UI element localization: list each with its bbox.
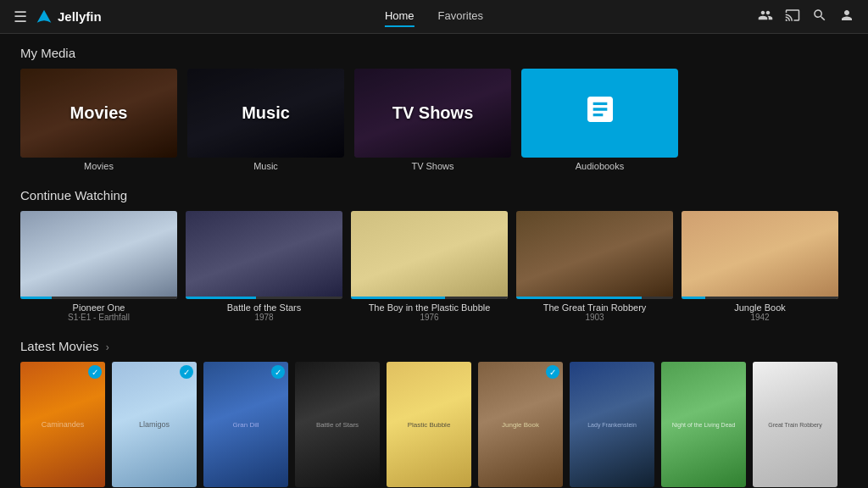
header-right — [758, 8, 854, 26]
cw-title-4: Jungle Book — [682, 302, 838, 313]
tvshows-overlay: TV Shows — [354, 69, 511, 158]
cw-sub-3: 1903 — [516, 313, 673, 322]
header: ☰ Jellyfin Home Favorites — [0, 0, 868, 34]
cw-card-0[interactable]: Pioneer OneS1·E1 - Earthfall — [20, 211, 177, 322]
cw-title-1: Battle of the Stars — [186, 302, 342, 313]
cw-title-3: The Great Train Robbery — [516, 302, 673, 313]
cw-sub-1: 1978 — [186, 313, 342, 322]
cw-card-3[interactable]: The Great Train Robbery1903 — [516, 211, 673, 322]
my-media-grid: Movies Movies Music Music TV — [20, 69, 848, 171]
media-card-movies[interactable]: Movies Movies — [20, 69, 177, 171]
lm-card-7[interactable]: Night of the Living Dead Night of the Li… — [661, 362, 746, 488]
cw-sub-2: 1976 — [351, 313, 508, 322]
lm-card-8[interactable]: Great Train Robbery The Great Train Robb… — [753, 362, 837, 488]
users-icon[interactable] — [758, 8, 773, 26]
latest-movies-section: Latest Movies › Caminandes✓ Caminandes: … — [20, 339, 848, 488]
cw-card-1[interactable]: Battle of the Stars1978 — [186, 211, 342, 322]
lm-card-3[interactable]: Battle of Stars Battle of Stars — [295, 362, 380, 488]
cw-card-4[interactable]: Jungle Book1942 — [682, 211, 838, 322]
cw-sub-0: S1·E1 - Earthfall — [20, 313, 177, 322]
lm-card-1[interactable]: Llamigos✓ Caminandes: Llamigos — [112, 362, 197, 488]
continue-watching-title: Continue Watching — [20, 188, 848, 202]
main-content: My Media Movies Movies Music M — [0, 34, 868, 488]
lm-check-5: ✓ — [546, 365, 559, 379]
cw-title-0: Pioneer One — [20, 302, 177, 313]
continue-watching-grid: Pioneer OneS1·E1 - Earthfall Battle of t… — [20, 211, 848, 322]
movies-label: Movies — [64, 103, 135, 123]
nav-home[interactable]: Home — [385, 6, 415, 27]
lm-check-0: ✓ — [88, 365, 102, 379]
lm-card-6[interactable]: Lady Frankenstein Lady Frankenstein — [570, 362, 654, 488]
audiobooks-icon — [583, 92, 617, 134]
cast-icon[interactable] — [785, 8, 800, 26]
lm-check-2: ✓ — [271, 365, 285, 379]
nav-favorites[interactable]: Favorites — [438, 6, 483, 27]
lm-card-2[interactable]: Gran Dill✓ Caminandes: Gran Dill... — [203, 362, 288, 488]
search-icon[interactable] — [812, 8, 827, 26]
lm-card-0[interactable]: Caminandes✓ Caminandes: Llama D... — [20, 362, 105, 488]
movies-overlay: Movies — [20, 69, 177, 158]
main-nav: Home Favorites — [385, 6, 483, 27]
movies-card-title: Movies — [20, 161, 177, 171]
latest-movies-title: Latest Movies › — [20, 339, 848, 353]
music-card-title: Music — [187, 161, 344, 171]
music-label: Music — [235, 103, 297, 123]
jellyfin-logo-icon — [36, 8, 53, 25]
menu-icon[interactable]: ☰ — [14, 8, 27, 26]
latest-movies-grid: Caminandes✓ Caminandes: Llama D... Llami… — [20, 362, 848, 488]
lm-card-4[interactable]: Plastic Bubble The Boy in the Plastic... — [387, 362, 471, 488]
audiobooks-overlay — [521, 69, 678, 158]
latest-movies-chevron: › — [106, 341, 109, 353]
continue-watching-section: Continue Watching Pioneer OneS1·E1 - Ear… — [20, 188, 848, 322]
cw-sub-4: 1942 — [682, 313, 838, 322]
lm-check-1: ✓ — [180, 365, 193, 379]
cw-card-2[interactable]: The Boy in the Plastic Bubble1976 — [351, 211, 508, 322]
music-overlay: Music — [187, 69, 344, 158]
header-left: ☰ Jellyfin — [14, 8, 102, 26]
media-card-music[interactable]: Music Music — [187, 69, 344, 171]
media-card-tvshows[interactable]: TV Shows TV Shows — [354, 69, 511, 171]
latest-movies-link[interactable]: Latest Movies — [20, 339, 99, 353]
tvshows-label: TV Shows — [386, 103, 481, 123]
profile-icon[interactable] — [839, 8, 854, 26]
tvshows-card-title: TV Shows — [354, 161, 511, 171]
my-media-title: My Media — [20, 46, 848, 60]
lm-card-5[interactable]: Jungle Book✓ Jungle Book — [478, 362, 563, 488]
logo: Jellyfin — [36, 8, 102, 25]
audiobooks-card-title: Audiobooks — [521, 161, 678, 171]
cw-title-2: The Boy in the Plastic Bubble — [351, 302, 508, 313]
app-name: Jellyfin — [58, 9, 102, 24]
my-media-section: My Media Movies Movies Music M — [20, 46, 848, 171]
media-card-audiobooks[interactable]: Audiobooks — [521, 69, 678, 171]
